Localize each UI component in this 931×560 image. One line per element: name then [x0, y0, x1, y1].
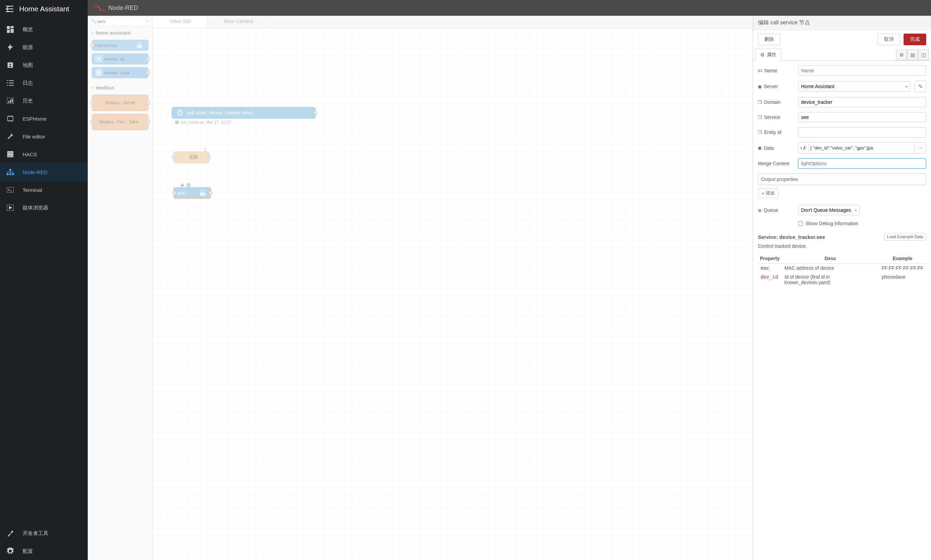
nav-energy[interactable]: 能源 — [0, 38, 88, 56]
nav-logs[interactable]: 日志 — [0, 74, 88, 92]
palette-node-modbus-server[interactable]: Modbus - Server — [92, 95, 148, 111]
nav-history-label: 历史 — [23, 98, 33, 104]
palette-node-call-service[interactable]: call service — [92, 40, 148, 51]
ha-header: Home Assistant — [0, 0, 88, 18]
queue-select[interactable]: Don't Queue Messages ▾ — [798, 205, 860, 215]
add-output-button[interactable]: +添加 — [758, 189, 779, 198]
label-name: Name — [765, 68, 777, 73]
palette-search-input[interactable] — [90, 17, 151, 26]
nav-terminal[interactable]: Terminal — [0, 181, 88, 199]
nav-nodered-label: Node-RED — [23, 169, 48, 175]
nav-esphome[interactable]: ESPHome — [0, 110, 88, 128]
edit-panel-title: 编辑 call service 节点 — [753, 16, 931, 30]
th-desc: Desc — [782, 254, 879, 263]
name-input[interactable] — [798, 65, 926, 76]
svg-rect-8 — [10, 100, 11, 103]
cube-icon: ❒ — [758, 130, 762, 135]
svg-rect-10 — [8, 117, 13, 121]
tab-door-label: Door Camera — [224, 18, 253, 24]
palette-node-modbus-flex-server[interactable]: Modbus - Flex - Server — [92, 114, 148, 130]
svg-point-28 — [140, 121, 142, 123]
prop-example: FF:FF:FF:FF:FF:FF — [879, 263, 926, 273]
workspace: Volvo S60 Door Camera poll state: device… — [153, 16, 753, 560]
svg-rect-0 — [7, 26, 10, 29]
main-area: Node-RED 🔍 × ▾ home assistant call servi… — [88, 0, 931, 560]
server-select[interactable]: Home Assistant ▾ — [798, 81, 911, 91]
network-icon — [6, 168, 14, 176]
flow-canvas[interactable]: poll state: device_tracker.volvo_ not_ho… — [153, 28, 753, 560]
merge-context-input[interactable] — [798, 158, 926, 169]
node-call-service[interactable]: svc: : — [174, 187, 211, 199]
nodered-logo: Node-RED — [93, 5, 138, 12]
tab-door[interactable]: Door Camera — [208, 16, 270, 28]
nav-media[interactable]: 媒体浏览器 — [0, 199, 88, 217]
load-example-button[interactable]: Load Example Data — [884, 233, 926, 241]
nav-history[interactable]: 历史 — [0, 92, 88, 110]
svg-rect-13 — [6, 174, 9, 175]
edit-tab-appearance-icon[interactable]: ◫ — [918, 49, 929, 60]
palette: 🔍 × ▾ home assistant call service events… — [88, 16, 153, 560]
nav-file-editor[interactable]: File editor — [0, 128, 88, 145]
nav-hacs[interactable]: HACS HACS — [0, 145, 88, 163]
target-icon: ◉ — [758, 145, 762, 151]
table-row: dev_id Id of device (find id in known_de… — [758, 272, 926, 287]
nav-settings[interactable]: 配置 — [0, 542, 88, 560]
flow-tabs: Volvo S60 Door Camera — [153, 16, 753, 28]
cancel-button[interactable]: 取消 — [877, 34, 900, 45]
palette-cat-ha-label: home assistant — [95, 30, 131, 35]
node-function[interactable]: f 函数 — [174, 151, 209, 163]
svg-rect-9 — [12, 99, 13, 103]
palette-cat-modbus[interactable]: ▾ modbus — [88, 82, 152, 93]
gear-icon — [6, 547, 14, 555]
done-button[interactable]: 完成 — [903, 34, 926, 45]
delete-button[interactable]: 删除 — [758, 34, 780, 45]
show-debug-checkbox[interactable] — [798, 222, 803, 226]
svg-rect-7 — [8, 101, 9, 103]
th-example: Example — [879, 254, 926, 263]
edit-tab-settings-icon[interactable]: ⚙ — [896, 49, 907, 60]
chevron-down-icon: ▾ — [855, 208, 857, 212]
content-row: 🔍 × ▾ home assistant call service events… — [88, 16, 931, 560]
tab-volvo-label: Volvo S60 — [169, 18, 191, 24]
service-properties-table: Property Desc Example mac MAC address of… — [758, 254, 926, 287]
status-dot-blue-icon — [186, 183, 191, 187]
service-input[interactable] — [798, 112, 926, 122]
node-poll-status: not_home at: Mar 17, 10:57 — [175, 120, 231, 125]
list-icon: ≣ — [758, 208, 762, 213]
palette-node-label: events: all — [105, 57, 125, 62]
hexagon-icon — [95, 69, 103, 77]
node-poll-state[interactable]: poll state: device_tracker.volvo_ — [172, 107, 316, 118]
timer-icon — [175, 108, 185, 117]
store-icon: HACS — [6, 150, 14, 158]
data-expand-button[interactable]: ⋯ — [914, 143, 926, 153]
ha-service-icon — [198, 189, 207, 197]
nav-devtools[interactable]: 开发者工具 — [0, 525, 88, 542]
nodered-logo-icon — [93, 5, 106, 11]
output-properties-box[interactable]: Output properties — [758, 174, 926, 185]
domain-input[interactable] — [798, 97, 926, 107]
play-box-icon — [6, 203, 14, 212]
label-domain: Domain — [764, 99, 780, 105]
palette-node-events-all[interactable]: events: all — [92, 54, 148, 65]
palette-cat-modbus-label: modbus — [95, 85, 114, 91]
svg-rect-19 — [101, 9, 105, 11]
data-input[interactable]: ▾J: { "dev_id":"volvo_car", "gps":[pa ⋯ — [798, 142, 926, 154]
entity-input[interactable] — [798, 127, 926, 137]
palette-cat-ha[interactable]: ▾ home assistant — [88, 28, 152, 38]
svg-rect-15 — [12, 174, 14, 175]
dashboard-icon — [6, 25, 14, 34]
nav-overview[interactable]: 概览 — [0, 20, 88, 38]
edit-server-button[interactable]: ✎ — [914, 80, 926, 92]
edit-tab-properties[interactable]: ⚙ 属性 — [755, 49, 782, 61]
clear-search-icon[interactable]: × — [146, 18, 148, 24]
palette-node-events-state[interactable]: events: state — [92, 67, 148, 78]
nav-terminal-label: Terminal — [23, 187, 42, 193]
svg-point-26 — [140, 102, 142, 104]
nav-nodered[interactable]: Node-RED — [0, 163, 88, 181]
edit-tab-description-icon[interactable]: ▤ — [907, 49, 918, 60]
tab-volvo[interactable]: Volvo S60 — [153, 16, 208, 28]
nav-map[interactable]: 地图 — [0, 56, 88, 74]
hamburger-menu-icon[interactable] — [6, 5, 14, 13]
data-type-toggle[interactable]: ▾J: — [798, 144, 809, 152]
node-func-label: 函数 — [189, 154, 199, 160]
